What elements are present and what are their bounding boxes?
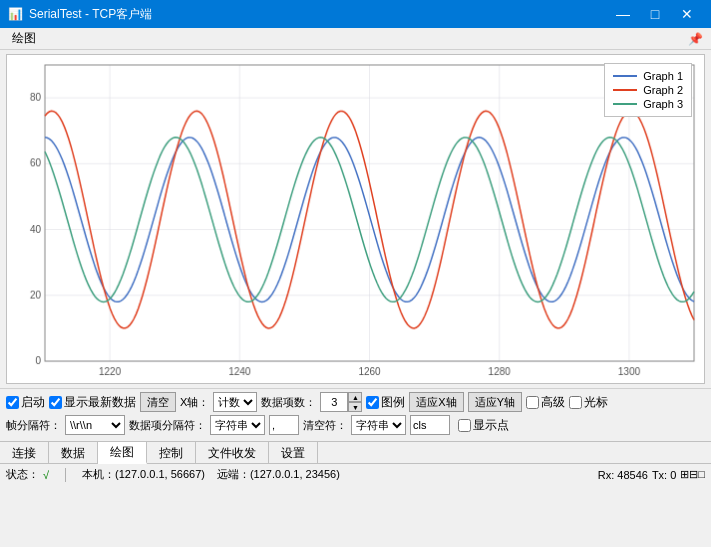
legend-label-3: Graph 3 [643,98,683,110]
app-icon: 📊 [8,7,23,21]
status-sep-1 [65,468,66,482]
show-point-checkbox[interactable]: 显示点 [458,417,509,434]
clear-space-type-select[interactable]: 字符串 [351,415,406,435]
start-check-input[interactable] [6,396,19,409]
datacount-spinbox-btns: ▲ ▼ [348,392,362,412]
menu-bar: 绘图 📌 [0,28,711,50]
show-latest-label: 显示最新数据 [64,394,136,411]
tab-draw[interactable]: 绘图 [98,442,147,464]
legend-line-3 [613,103,637,105]
fity-button[interactable]: 适应Y轴 [468,392,522,412]
clear-space-label: 清空符： [303,418,347,433]
tab-fileio[interactable]: 文件收发 [196,442,269,464]
show-point-label: 显示点 [473,417,509,434]
legend-item-1: Graph 1 [613,70,683,82]
menu-item-draw[interactable]: 绘图 [4,28,44,49]
advanced-check-input[interactable] [526,396,539,409]
xaxis-label: X轴： [180,395,209,410]
chart-canvas [7,55,704,383]
legend-line-1 [613,75,637,77]
legend-line-2 [613,89,637,91]
status-local: 本机：(127.0.0.1, 56667) [82,467,205,482]
tab-settings[interactable]: 设置 [269,442,318,464]
legend-item-2: Graph 2 [613,84,683,96]
legend-checkbox[interactable]: 图例 [366,394,405,411]
legend-item-3: Graph 3 [613,98,683,110]
status-remote-label: 远端：(127.0.0.1, 23456) [217,467,340,482]
legend-label-2: Graph 2 [643,84,683,96]
datacount-spinbox: ▲ ▼ [320,392,362,412]
title-bar: 📊 SerialTest - TCP客户端 — □ ✕ [0,0,711,28]
data-delim-input[interactable] [269,415,299,435]
tab-data[interactable]: 数据 [49,442,98,464]
status-tx: Tx: 0 [652,469,676,481]
start-label: 启动 [21,394,45,411]
frame-delim-label: 帧分隔符： [6,418,61,433]
tab-control[interactable]: 控制 [147,442,196,464]
crosshair-check-input[interactable] [569,396,582,409]
close-button[interactable]: ✕ [671,0,703,28]
datacount-input[interactable] [320,392,348,412]
datacount-label: 数据项数： [261,395,316,410]
status-icons: ⊞⊟□ [680,468,705,481]
crosshair-checkbox[interactable]: 光标 [569,394,608,411]
clear-button[interactable]: 清空 [140,392,176,412]
legend-check-input[interactable] [366,396,379,409]
tab-bar: 连接 数据 绘图 控制 文件收发 设置 [0,441,711,463]
toolbar-pin-icon[interactable]: 📌 [688,32,707,46]
crosshair-label: 光标 [584,394,608,411]
status-state-val: √ [43,469,49,481]
advanced-label: 高级 [541,394,565,411]
chart-legend: Graph 1 Graph 2 Graph 3 [604,63,692,117]
controls-area: 启动 显示最新数据 清空 X轴： 计数 数据项数： ▲ ▼ 图例 适应X轴 适应… [0,388,711,441]
status-right: Rx: 48546 Tx: 0 ⊞⊟□ [598,468,705,481]
status-state-label: 状态： [6,467,39,482]
legend-label-1: Graph 1 [643,70,683,82]
frame-delim-select[interactable]: \\r\\n [65,415,125,435]
xaxis-select[interactable]: 计数 [213,392,257,412]
show-latest-input[interactable] [49,396,62,409]
data-delim-label: 数据项分隔符： [129,418,206,433]
clear-space-input[interactable] [410,415,450,435]
advanced-checkbox[interactable]: 高级 [526,394,565,411]
data-delim-type-select[interactable]: 字符串 [210,415,265,435]
title-bar-left: 📊 SerialTest - TCP客户端 [8,6,152,23]
status-rx: Rx: 48546 [598,469,648,481]
minimize-button[interactable]: — [607,0,639,28]
datacount-up[interactable]: ▲ [348,392,362,402]
status-bar: 状态： √ 本机：(127.0.0.1, 56667) 远端：(127.0.0.… [0,463,711,485]
show-point-check-input[interactable] [458,419,471,432]
legend-label-ctrl: 图例 [381,394,405,411]
title-bar-controls: — □ ✕ [607,0,703,28]
app-title: SerialTest - TCP客户端 [29,6,152,23]
controls-row-2: 帧分隔符： \\r\\n 数据项分隔符： 字符串 清空符： 字符串 显示点 [6,415,705,435]
maximize-button[interactable]: □ [639,0,671,28]
start-checkbox[interactable]: 启动 [6,394,45,411]
fitx-button[interactable]: 适应X轴 [409,392,463,412]
status-remote: 远端：(127.0.0.1, 23456) [217,467,340,482]
controls-row-1: 启动 显示最新数据 清空 X轴： 计数 数据项数： ▲ ▼ 图例 适应X轴 适应… [6,392,705,412]
status-state: 状态： √ [6,467,49,482]
show-latest-checkbox[interactable]: 显示最新数据 [49,394,136,411]
status-local-label: 本机：(127.0.0.1, 56667) [82,467,205,482]
datacount-down[interactable]: ▼ [348,402,362,412]
chart-area: Graph 1 Graph 2 Graph 3 [6,54,705,384]
tab-connect[interactable]: 连接 [0,442,49,464]
